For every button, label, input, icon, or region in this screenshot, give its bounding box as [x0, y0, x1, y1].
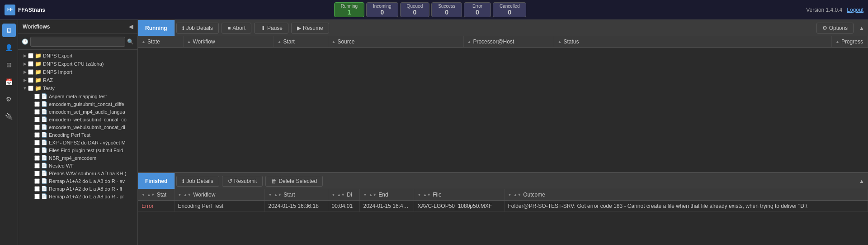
finished-col-start[interactable]: ▼▲▼Start	[264, 189, 328, 201]
tree-label-emcodem1: emcodem_guisubmit_concat_diffe	[49, 101, 124, 107]
running-col-start[interactable]: ▲Start	[274, 36, 328, 48]
finished-toolbar: Finished ℹ Job Details ↺ Resubmit 🗑 Dele…	[138, 173, 868, 189]
tree-checkbox-exp-dnps2[interactable]	[34, 140, 40, 145]
tree-item-emcodem2[interactable]: 📄emcodem_set_mp4_audio_langua	[18, 108, 137, 115]
logo-icon: FF	[5, 5, 15, 15]
tree-item-dnps-export-cpu[interactable]: ▶📁DNPS Export CPU (záloha)	[18, 60, 137, 68]
tree-checkbox-raz[interactable]	[28, 77, 33, 83]
collapse-running-button[interactable]: ▲	[855, 23, 868, 33]
finished-table-container: ▼▲▼Stat▼▲▼Workflow▼▲▼Start▼▲▼Di▼▲▼End▼▲▼…	[138, 189, 868, 245]
stat-btn-error[interactable]: Error0	[464, 2, 491, 17]
tree-item-dnps-export[interactable]: ▶📁DNPS Export	[18, 52, 137, 60]
running-table: ▲State▲Workflow▲Start▲Source▲Processor@H…	[138, 36, 868, 48]
stat-btn-running[interactable]: Running1	[334, 2, 364, 17]
stat-btn-queued[interactable]: Queued0	[400, 2, 430, 17]
running-col-progress[interactable]: ▲Progress	[832, 36, 868, 48]
plugin-icon[interactable]: 🔌	[2, 110, 16, 123]
monitor-icon[interactable]: 🖥	[2, 24, 16, 37]
tree-checkbox-remap2[interactable]	[34, 186, 40, 192]
tree-item-nbr-mp4[interactable]: 📄NBR_mp4_emcodem	[18, 154, 137, 162]
tree-checkbox-dnps-export-cpu[interactable]	[28, 61, 33, 67]
tree-checkbox-emcodem3[interactable]	[34, 117, 40, 122]
abort-button[interactable]: ■ Abort	[222, 23, 251, 34]
tree-item-files-find[interactable]: 📄Files Find plugin test (submit Fold	[18, 146, 137, 154]
tree-item-nested-wf[interactable]: 📄Nested WF	[18, 162, 137, 169]
tree-item-exp-dnps2[interactable]: 📄EXP - DNPS2 do DAR - výpočet M	[18, 139, 137, 146]
info-icon-finished: ℹ	[182, 178, 184, 184]
running-col-status[interactable]: ▲Status	[554, 36, 832, 48]
tree-checkbox-emcodem1[interactable]	[34, 101, 40, 107]
tree-label-dnps-export-cpu: DNPS Export CPU (záloha)	[43, 61, 104, 67]
tree-item-testy[interactable]: ▼📁Testy	[18, 84, 137, 92]
options-button[interactable]: ⚙ Options	[816, 23, 854, 34]
running-col-source[interactable]: ▲Source	[328, 36, 463, 48]
grid-icon[interactable]: ⊞	[2, 58, 16, 72]
finished-table-body: ErrorEncoding Perf Test2024-01-15 16:36:…	[138, 201, 868, 212]
running-col-state[interactable]: ▲State	[138, 36, 183, 48]
stat-btn-incoming[interactable]: Incoming0	[366, 2, 398, 17]
resubmit-icon: ↺	[228, 178, 232, 184]
pause-button[interactable]: ⏸ Pause	[254, 23, 288, 34]
tree-item-emcodem3[interactable]: 📄emcodem_webuisubmit_concat_co	[18, 115, 137, 123]
stop-icon: ■	[227, 25, 231, 31]
tree-checkbox-encoding-perf[interactable]	[34, 132, 40, 138]
finished-tab[interactable]: Finished	[138, 173, 175, 189]
icon-sidebar: 🖥👤⊞📅⚙🔌	[0, 20, 18, 245]
search-icon[interactable]: 🔍	[127, 38, 134, 45]
top-right: Version 1.4.0.4 Logout	[806, 7, 863, 13]
tree-checkbox-testy[interactable]	[28, 86, 33, 91]
resubmit-button[interactable]: ↺ Resubmit	[222, 176, 263, 187]
tree-checkbox-dnps-export[interactable]	[28, 53, 33, 58]
person-icon[interactable]: 👤	[2, 41, 16, 54]
delete-selected-button[interactable]: 🗑 Delete Selected	[265, 176, 323, 187]
tree-item-emcodem4[interactable]: 📄emcodem_webuisubmit_concat_di	[18, 123, 137, 131]
workflow-search: 🕐 🔍	[18, 34, 137, 50]
search-input[interactable]	[30, 37, 125, 47]
tree-item-prenos-wav[interactable]: 📄Přenos WAV souboru s AD na KH (	[18, 169, 137, 177]
tree-item-remap1[interactable]: 📄Remap A1+A2 do L a A8 do R - av	[18, 177, 137, 185]
tree-checkbox-emcodem4[interactable]	[34, 125, 40, 130]
tree-checkbox-dnps-import[interactable]	[28, 69, 33, 75]
finished-col-end[interactable]: ▼▲▼End	[359, 189, 414, 201]
tree-label-emcodem4: emcodem_webuisubmit_concat_di	[49, 125, 125, 130]
running-table-container: ▲State▲Workflow▲Start▲Source▲Processor@H…	[138, 36, 868, 172]
finished-col-stat[interactable]: ▼▲▼Stat	[138, 189, 174, 201]
running-col-workflow[interactable]: ▲Workflow	[183, 36, 274, 48]
job-details-button-finished[interactable]: ℹ Job Details	[176, 176, 219, 187]
tree-checkbox-nested-wf[interactable]	[34, 163, 40, 168]
app-logo: FF FFAStrans	[5, 5, 45, 15]
tree-checkbox-remap3[interactable]	[34, 194, 40, 199]
tree-item-remap2[interactable]: 📄Remap A1+A2 do L a A8 do R - ff	[18, 185, 137, 192]
running-tab[interactable]: Running	[138, 20, 175, 36]
finished-table-row[interactable]: ErrorEncoding Perf Test2024-01-15 16:36:…	[138, 201, 868, 212]
tree-item-remap3[interactable]: 📄Remap A1+A2 do L a A8 do R - pr	[18, 192, 137, 200]
logout-button[interactable]: Logout	[847, 7, 863, 13]
tree-item-encoding-perf[interactable]: 📄Encoding Perf Test	[18, 131, 137, 139]
running-col-processor@host[interactable]: ▲Processor@Host	[463, 36, 554, 48]
tree-label-nbr-mp4: NBR_mp4_emcodem	[49, 155, 96, 161]
tree-item-raz[interactable]: ▶📁RAZ	[18, 76, 137, 84]
finished-col-file[interactable]: ▼▲▼File	[414, 189, 504, 201]
tree-checkbox-prenos-wav[interactable]	[34, 171, 40, 176]
finished-section: Finished ℹ Job Details ↺ Resubmit 🗑 Dele…	[138, 173, 868, 245]
finished-col-di[interactable]: ▼▲▼Di	[328, 189, 359, 201]
gear-icon[interactable]: ⚙	[2, 92, 16, 106]
tree-checkbox-nbr-mp4[interactable]	[34, 155, 40, 161]
tree-checkbox-remap1[interactable]	[34, 178, 40, 184]
tree-checkbox-aspera[interactable]	[34, 94, 40, 99]
stat-btn-cancelled[interactable]: Cancelled0	[493, 2, 526, 17]
finished-col-workflow[interactable]: ▼▲▼Workflow	[174, 189, 264, 201]
stat-btn-success[interactable]: Success0	[431, 2, 462, 17]
calendar-icon[interactable]: 📅	[2, 75, 16, 89]
collapse-sidebar-button[interactable]: ◀	[129, 24, 133, 30]
resume-button[interactable]: ▶ Resume	[291, 23, 329, 34]
tree-item-dnps-import[interactable]: ▶📁DNPS Import	[18, 68, 137, 76]
job-details-button-running[interactable]: ℹ Job Details	[176, 23, 219, 34]
tree-item-emcodem1[interactable]: 📄emcodem_guisubmit_concat_diffe	[18, 100, 137, 108]
tree-checkbox-files-find[interactable]	[34, 148, 40, 153]
collapse-finished-button[interactable]: ▲	[855, 176, 868, 186]
finished-table: ▼▲▼Stat▼▲▼Workflow▼▲▼Start▼▲▼Di▼▲▼End▼▲▼…	[138, 189, 868, 212]
finished-col-outcome[interactable]: ▼▲▼Outcome	[504, 189, 868, 201]
tree-item-aspera[interactable]: 📄Aspera meta mapping test	[18, 92, 137, 100]
tree-checkbox-emcodem2[interactable]	[34, 109, 40, 115]
